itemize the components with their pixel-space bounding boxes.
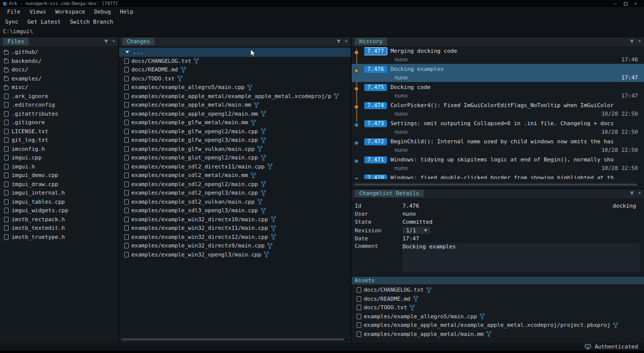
file-tree-item[interactable]: imconfig.h	[0, 145, 118, 154]
changes-panel-title[interactable]: Changes	[122, 38, 154, 45]
file-tree-item[interactable]: imgui.h	[0, 162, 118, 171]
files-panel-title[interactable]: Files	[3, 38, 29, 45]
changed-file-row[interactable]: examples/example_win32_directx10/main.cp…	[119, 215, 351, 224]
maximize-icon[interactable]	[624, 2, 627, 6]
menu-item[interactable]: File	[4, 9, 24, 15]
file-tree-item[interactable]: backends/	[0, 57, 118, 66]
details-panel-title[interactable]: Changelist Details	[355, 190, 424, 197]
file-tree-item[interactable]: imstb_textedit.h	[0, 224, 118, 233]
changed-file-row[interactable]: examples/example_allegro5/main.cpp	[119, 83, 351, 92]
toolbar-button[interactable]: Sync	[3, 19, 21, 25]
file-tree-item[interactable]: docs/	[0, 65, 118, 74]
file-tree-item[interactable]: .github/	[0, 48, 118, 57]
file-tree-item[interactable]: imstb_truetype.h	[0, 233, 118, 242]
comment-box[interactable]: Docking examples	[403, 243, 640, 272]
file-tree-item[interactable]: examples/	[0, 74, 118, 83]
close-icon[interactable]: ×	[634, 1, 637, 6]
changed-file-row[interactable]: examples/example_apple_metal/main.mm	[119, 101, 351, 110]
scrollbar-thumb[interactable]	[354, 184, 637, 186]
changed-file-row[interactable]: examples/example_glfw_opengl3/main.cpp	[119, 136, 351, 145]
filter-icon[interactable]	[629, 191, 634, 196]
changed-file-row[interactable]: examples/example_win32_directx9/main.cpp	[119, 241, 351, 250]
filter-icon[interactable]	[629, 39, 634, 44]
file-tree-item[interactable]: imgui_internal.h	[0, 189, 118, 198]
minimize-icon[interactable]: –	[614, 1, 616, 6]
file-tree-item[interactable]: imgui_demo.cpp	[0, 171, 118, 180]
history-row[interactable]: 7.472 BeginChild(): Internal name used b…	[352, 136, 644, 154]
scrollbar-thumb[interactable]	[122, 338, 344, 340]
changeset-badge[interactable]: 7.475	[364, 84, 387, 91]
changed-file-row[interactable]: examples/example_apple_metal/example_app…	[119, 92, 351, 101]
changed-file-row[interactable]: examples/example_sdl2_opengl3/main.cpp	[119, 189, 351, 198]
changed-file-row[interactable]: examples/example_sdl2_directx11/main.cpp	[119, 162, 351, 171]
toolbar-button[interactable]: Switch Branch	[68, 19, 115, 25]
asset-row[interactable]: examples/example_apple_metal/main.mm	[352, 330, 644, 339]
changed-file-row[interactable]: examples/example_sdl2_metal/main.mm	[119, 171, 351, 180]
changed-file-row[interactable]: docs/TODO.txt	[119, 74, 351, 83]
close-panel-icon[interactable]: ×	[112, 39, 115, 44]
changes-root-row[interactable]: ...	[119, 48, 351, 57]
changed-file-row[interactable]: examples/example_sdl2_opengl2/main.cpp	[119, 180, 351, 189]
revision-select[interactable]: 1/1	[403, 227, 431, 234]
changed-file-row[interactable]: examples/example_win32_directx12/main.cp…	[119, 233, 351, 242]
file-tree-item[interactable]: imgui_tables.cpp	[0, 198, 118, 207]
file-tree-item[interactable]: .gitattributes	[0, 110, 118, 119]
close-panel-icon[interactable]: ×	[638, 39, 641, 44]
changeset-badge[interactable]: 7.476	[364, 66, 387, 73]
file-tree-item[interactable]: .ark_ignore	[0, 92, 118, 101]
assets-panel-header[interactable]: Assets	[352, 277, 644, 285]
changed-file-row[interactable]: examples/example_glfw_metal/main.mm	[119, 118, 351, 127]
menu-item[interactable]: Views	[27, 9, 49, 15]
changeset-badge[interactable]: 7.474	[364, 102, 387, 109]
changeset-badge[interactable]: 7.470	[364, 174, 387, 180]
file-tree-item[interactable]: imgui_widgets.cpp	[0, 206, 118, 215]
file-tree-item[interactable]: .editorconfig	[0, 101, 118, 110]
history-row[interactable]: 7.470 Windows: fixed double-clicked bord…	[352, 172, 644, 179]
asset-row[interactable]: examples/example_allegro5/main.cpp	[352, 312, 644, 321]
file-tree-item[interactable]: misc/	[0, 83, 118, 92]
changed-file-row[interactable]: docs/README.md	[119, 65, 351, 74]
changed-file-row[interactable]: examples/example_glfw_opengl2/main.cpp	[119, 127, 351, 136]
asset-row[interactable]: docs/CHANGELOG.txt	[352, 286, 644, 295]
file-tree-item[interactable]: imgui_draw.cpp	[0, 180, 118, 189]
close-panel-icon[interactable]: ×	[638, 191, 641, 196]
changeset-badge[interactable]: 7.477	[364, 48, 387, 55]
changeset-badge[interactable]: 7.471	[364, 156, 387, 163]
changeset-badge[interactable]: 7.472	[364, 138, 387, 145]
history-row[interactable]: 7.471 Windows: tidying up skipitems logi…	[352, 154, 644, 172]
history-row[interactable]: 7.477 Merging docking code nuno 17:48	[352, 46, 644, 64]
changed-file-row[interactable]: examples/example_apple_opengl2/main.mm	[119, 110, 351, 119]
changed-file-row[interactable]: examples/example_win32_opengl3/main.cpp	[119, 250, 351, 259]
chevron-down-icon[interactable]	[125, 51, 129, 53]
filter-icon[interactable]	[104, 39, 109, 44]
changed-file-row[interactable]: examples/example_sdl2_vulkan/main.cpp	[119, 198, 351, 207]
changed-file-row[interactable]: examples/example_win32_directx11/main.cp…	[119, 224, 351, 233]
horizontal-scrollbar[interactable]	[353, 183, 643, 187]
changed-file-row[interactable]: docs/CHANGELOG.txt	[119, 57, 351, 66]
changed-file-row[interactable]: examples/example_glut_opengl2/main.cpp	[119, 153, 351, 162]
files-panel: Files × .github/ backends/	[0, 37, 118, 343]
menu-item[interactable]: Help	[117, 9, 136, 15]
menu-item[interactable]: Workspace	[52, 9, 89, 15]
history-row[interactable]: 7.475 Docking code nuno 17:47	[352, 82, 644, 100]
filter-icon[interactable]	[336, 39, 341, 44]
history-row[interactable]: 7.474 ColorPicker4(): Fixed ImGuiColorEd…	[352, 100, 644, 118]
file-tree-item[interactable]: imstb_rectpack.h	[0, 215, 118, 224]
close-panel-icon[interactable]: ×	[345, 39, 348, 44]
menu-item[interactable]: Debug	[91, 9, 114, 15]
history-panel-title[interactable]: History	[355, 38, 387, 45]
changed-file-row[interactable]: examples/example_sdl3_opengl3/main.cpp	[119, 206, 351, 215]
file-tree-item[interactable]: git_log.txt	[0, 136, 118, 145]
asset-row[interactable]: examples/example_apple_metal/example_app…	[352, 321, 644, 330]
changed-file-row[interactable]: examples/example_glfw_vulkan/main.cpp	[119, 145, 351, 154]
file-tree-item[interactable]: .gitignore	[0, 118, 118, 127]
history-row[interactable]: 7.476 Docking examples nuno 17:47	[352, 64, 644, 82]
horizontal-scrollbar[interactable]	[120, 337, 350, 341]
file-tree-item[interactable]: imgui.cpp	[0, 153, 118, 162]
file-tree-item[interactable]: LICENSE.txt	[0, 127, 118, 136]
changeset-badge[interactable]: 7.473	[364, 120, 387, 127]
asset-row[interactable]: docs/README.md	[352, 295, 644, 304]
toolbar-button[interactable]: Get Latest	[26, 19, 63, 25]
history-row[interactable]: 7.473 Settings: omit outputing Collapsed…	[352, 118, 644, 136]
asset-row[interactable]: docs/TODO.txt	[352, 303, 644, 312]
